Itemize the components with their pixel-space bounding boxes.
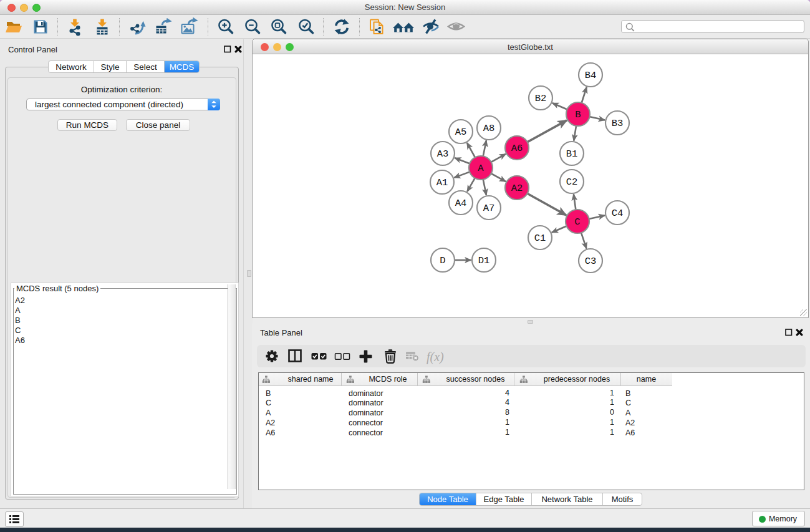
svg-text:C: C [574, 216, 580, 228]
svg-text:A5: A5 [455, 127, 467, 138]
svg-text:C3: C3 [585, 256, 597, 267]
svg-text:C4: C4 [612, 208, 624, 219]
svg-text:A3: A3 [437, 148, 449, 160]
svg-text:A6: A6 [511, 143, 523, 154]
svg-text:B4: B4 [585, 70, 597, 81]
svg-text:A1: A1 [436, 177, 448, 188]
svg-text:B: B [575, 109, 581, 120]
svg-text:A: A [478, 163, 484, 174]
svg-text:A7: A7 [483, 203, 495, 214]
svg-text:C1: C1 [534, 233, 546, 244]
svg-text:C2: C2 [566, 177, 578, 188]
svg-text:D: D [440, 255, 445, 266]
svg-text:B2: B2 [535, 93, 547, 104]
svg-text:A4: A4 [455, 198, 467, 209]
svg-text:B1: B1 [566, 148, 578, 160]
svg-text:A2: A2 [511, 183, 523, 194]
svg-text:D1: D1 [478, 255, 490, 266]
svg-text:A8: A8 [483, 123, 495, 134]
svg-text:B3: B3 [612, 118, 624, 129]
